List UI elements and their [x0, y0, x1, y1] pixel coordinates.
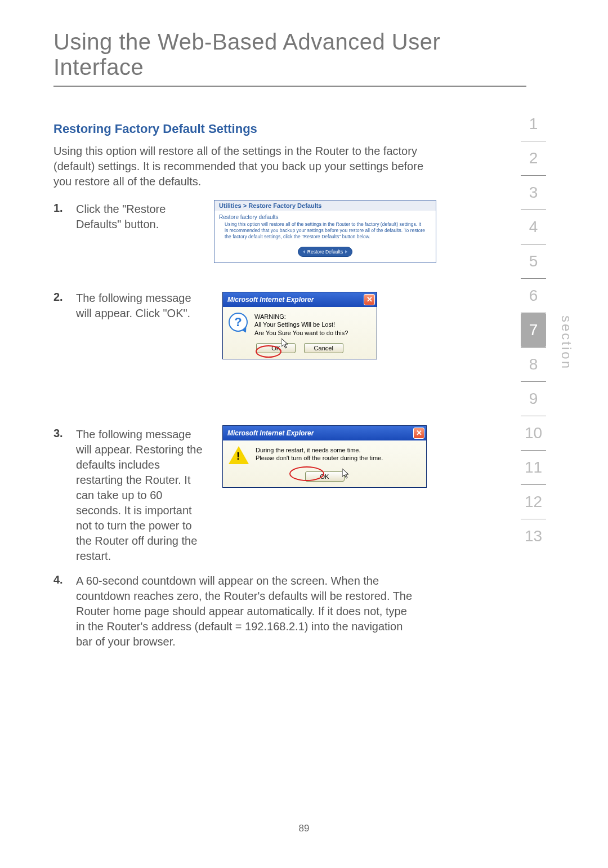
- ok-button[interactable]: OK: [305, 471, 345, 482]
- step-text: The following message will appear. Resto…: [76, 427, 208, 564]
- step-3: 3. The following message will appear. Re…: [53, 427, 208, 564]
- section-nav-8[interactable]: 8: [521, 348, 546, 381]
- section-nav-3[interactable]: 3: [521, 176, 546, 210]
- step-text: Click the "Restore Defaults" button.: [76, 202, 208, 232]
- dialog-title: Microsoft Internet Explorer: [227, 296, 314, 304]
- section-nav-9[interactable]: 9: [521, 382, 546, 416]
- section-label: section: [558, 315, 574, 370]
- panel-breadcrumb: Utilities > Restore Factory Defaults: [214, 201, 436, 211]
- dialog-line: Are You Sure You want to do this?: [254, 329, 348, 337]
- ie-restart-dialog: Microsoft Internet Explorer ✕ During the…: [222, 425, 427, 488]
- dialog-message: WARNING: All Your Settings Will be Lost!…: [254, 313, 348, 337]
- step-1: 1. Click the "Restore Defaults" button.: [53, 202, 208, 232]
- triangle-right-icon: [345, 250, 347, 253]
- section-nav-5[interactable]: 5: [521, 244, 546, 278]
- ie-confirm-dialog: Microsoft Internet Explorer ✕ ? WARNING:…: [222, 292, 377, 359]
- restore-defaults-panel: Utilities > Restore Factory Defaults Res…: [214, 200, 436, 263]
- section-nav-6[interactable]: 6: [521, 279, 546, 313]
- warning-icon: [229, 446, 249, 464]
- dialog-line: WARNING:: [254, 313, 348, 321]
- svg-marker-1: [342, 469, 348, 478]
- step-2: 2. The following message will appear. Cl…: [53, 291, 208, 321]
- section-nav-11[interactable]: 11: [521, 451, 546, 484]
- panel-subheading: Restore factory defaults: [214, 211, 436, 221]
- step-number: 3.: [53, 427, 64, 440]
- dialog-message: During the restart, it needs some time. …: [256, 446, 383, 465]
- restore-defaults-button[interactable]: Restore Defaults: [298, 247, 352, 257]
- page-number: 89: [0, 823, 608, 834]
- section-nav-4[interactable]: 4: [521, 210, 546, 244]
- question-icon: ?: [229, 313, 248, 332]
- section-nav-7[interactable]: 7: [521, 313, 546, 347]
- section-nav: 1 2 3 4 5 6 7 8 9 10 11 12 13: [521, 107, 546, 553]
- triangle-left-icon: [303, 250, 305, 253]
- step-4: 4. A 60-second countdown will appear on …: [53, 573, 417, 649]
- section-nav-13[interactable]: 13: [521, 519, 546, 553]
- cursor-icon: [342, 469, 352, 479]
- dialog-title: Microsoft Internet Explorer: [227, 429, 314, 437]
- step-number: 2.: [53, 291, 64, 304]
- svg-marker-0: [281, 339, 288, 348]
- cancel-button[interactable]: Cancel: [304, 343, 343, 353]
- section-nav-2[interactable]: 2: [521, 141, 546, 175]
- step-text: A 60-second countdown will appear on the…: [76, 573, 417, 649]
- dialog-line: All Your Settings Will be Lost!: [254, 321, 348, 328]
- step-text: The following message will appear. Click…: [76, 291, 208, 321]
- step-number: 4.: [53, 573, 64, 586]
- dialog-titlebar: Microsoft Internet Explorer ✕: [223, 292, 377, 307]
- dialog-line: Please don't turn off the router during …: [256, 454, 383, 462]
- dialog-titlebar: Microsoft Internet Explorer ✕: [223, 426, 426, 440]
- subheading: Restoring Factory Default Settings: [53, 122, 257, 136]
- step-number: 1.: [53, 202, 64, 215]
- section-nav-10[interactable]: 10: [521, 416, 546, 450]
- close-icon[interactable]: ✕: [413, 428, 424, 439]
- section-nav-1[interactable]: 1: [521, 107, 546, 141]
- intro-text: Using this option will restore all of th…: [53, 144, 436, 189]
- close-icon[interactable]: ✕: [364, 294, 375, 305]
- panel-body-text: Using this option will restore all of th…: [214, 221, 436, 246]
- chapter-title: Using the Web-Based Advanced User Interf…: [53, 29, 526, 87]
- restore-defaults-button-label: Restore Defaults: [307, 249, 343, 255]
- section-nav-12[interactable]: 12: [521, 485, 546, 519]
- cursor-icon: [281, 339, 292, 349]
- dialog-line: During the restart, it needs some time.: [256, 446, 383, 454]
